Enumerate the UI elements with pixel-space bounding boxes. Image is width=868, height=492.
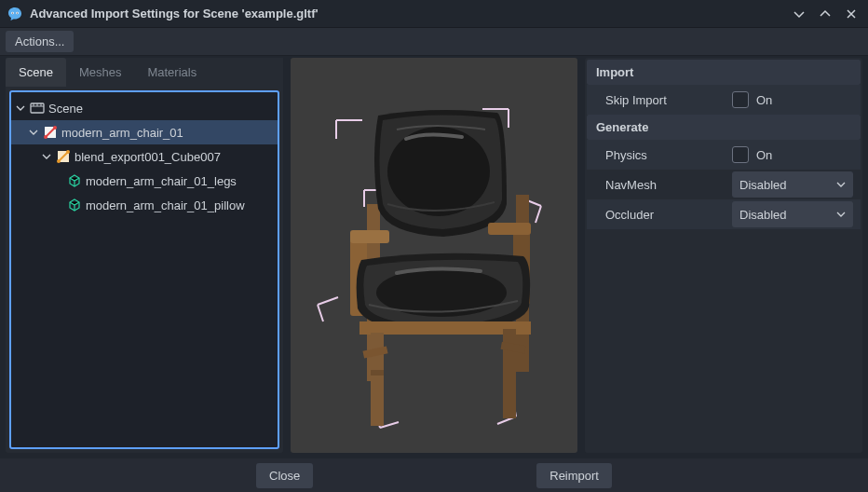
svg-rect-20 xyxy=(371,333,384,426)
scene-tree[interactable]: Scene modern_arm_chair_01 blend_export00… xyxy=(9,90,279,449)
skip-import-checkbox[interactable] xyxy=(732,91,749,108)
checkbox-label: On xyxy=(756,93,772,107)
svg-point-10 xyxy=(66,150,70,154)
chevron-down-icon xyxy=(836,180,846,189)
app-icon xyxy=(7,7,22,21)
tab-meshes[interactable]: Meshes xyxy=(66,58,135,87)
section-generate: Generate xyxy=(587,115,861,140)
svg-point-3 xyxy=(17,12,18,13)
select-value: Disabled xyxy=(739,208,787,222)
close-dialog-button[interactable]: Close xyxy=(256,463,313,488)
titlebar: Advanced Import Settings for Scene 'exam… xyxy=(0,0,868,28)
tree-node-pillow[interactable]: modern_arm_chair_01_pillow xyxy=(11,193,278,217)
maximize-button[interactable] xyxy=(816,5,834,23)
svg-point-9 xyxy=(57,159,61,163)
toolbar: Actions... xyxy=(0,28,868,56)
content: Scene Meshes Materials Scene modern_arm_… xyxy=(0,56,868,458)
tree-node-modern-arm-chair[interactable]: modern_arm_chair_01 xyxy=(11,120,278,144)
movie-icon xyxy=(30,101,45,116)
3d-viewport[interactable] xyxy=(291,58,577,453)
close-button[interactable] xyxy=(842,5,861,23)
svg-point-6 xyxy=(44,135,47,139)
chevron-down-icon xyxy=(836,210,846,219)
svg-rect-17 xyxy=(488,223,531,235)
tree-label: blend_export001_Cube007 xyxy=(75,150,221,164)
mesh-cube-icon xyxy=(67,198,82,212)
tree-label: modern_arm_chair_01_pillow xyxy=(86,198,245,212)
footer: Close Reimport xyxy=(0,458,868,492)
inspector-panel: Import Skip Import On Generate Physics O… xyxy=(585,58,862,453)
navmesh-select[interactable]: Disabled xyxy=(732,171,853,198)
svg-rect-15 xyxy=(350,230,389,243)
physics-checkbox[interactable] xyxy=(732,146,749,163)
reimport-button[interactable]: Reimport xyxy=(536,463,612,488)
svg-rect-22 xyxy=(371,370,384,376)
left-tabs: Scene Meshes Materials xyxy=(6,58,283,87)
tree-label: modern_arm_chair_01_legs xyxy=(86,174,237,188)
prop-navmesh: NavMesh Disabled xyxy=(587,170,861,199)
tree-node-scene[interactable]: Scene xyxy=(11,96,278,120)
left-panel: Scene Meshes Materials Scene modern_arm_… xyxy=(6,58,283,453)
select-value: Disabled xyxy=(739,178,787,192)
actions-button[interactable]: Actions... xyxy=(6,31,74,52)
prop-occluder: Occluder Disabled xyxy=(587,199,861,229)
chevron-down-icon[interactable] xyxy=(15,102,26,114)
prop-physics: Physics On xyxy=(587,140,861,170)
prop-label: Occluder xyxy=(587,208,732,222)
window-title: Advanced Import Settings for Scene 'exam… xyxy=(30,7,782,20)
chevron-down-icon[interactable] xyxy=(28,127,39,138)
tree-label: modern_arm_chair_01 xyxy=(61,126,183,140)
prop-label: Physics xyxy=(587,148,732,162)
svg-point-7 xyxy=(53,126,57,130)
svg-point-13 xyxy=(387,127,490,216)
section-import: Import xyxy=(587,60,861,85)
checkbox-label: On xyxy=(756,148,772,162)
prop-label: Skip Import xyxy=(587,93,732,107)
chair-preview xyxy=(294,64,574,446)
tree-label: Scene xyxy=(48,102,83,116)
tree-node-legs[interactable]: modern_arm_chair_01_legs xyxy=(11,169,278,193)
mesh-cube-icon xyxy=(67,173,82,188)
prop-skip-import: Skip Import On xyxy=(587,85,861,115)
occluder-select[interactable]: Disabled xyxy=(732,201,853,227)
tab-materials[interactable]: Materials xyxy=(134,58,210,87)
tree-node-blend-export[interactable]: blend_export001_Cube007 xyxy=(11,144,278,169)
svg-point-2 xyxy=(12,12,13,13)
prop-label: NavMesh xyxy=(587,178,732,192)
node3d-icon xyxy=(43,125,58,140)
tab-scene[interactable]: Scene xyxy=(6,58,66,87)
chevron-down-icon[interactable] xyxy=(41,151,52,162)
minimize-button[interactable] xyxy=(790,5,808,23)
node3d-icon xyxy=(56,149,71,164)
